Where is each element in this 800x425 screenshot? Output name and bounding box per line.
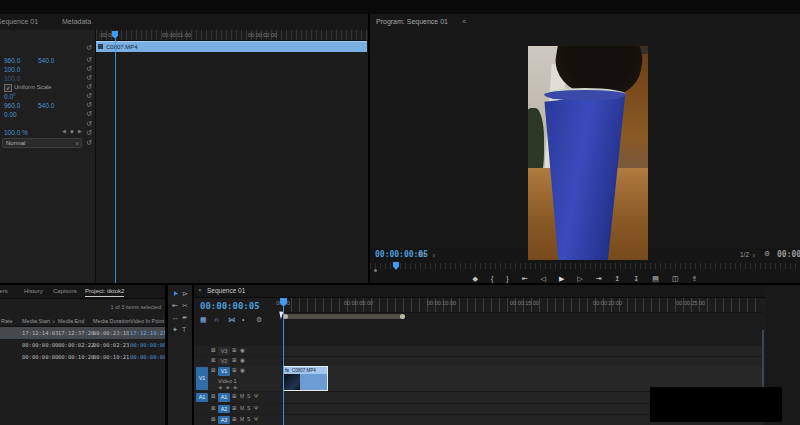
pen-tool[interactable]: ✒ [182, 314, 188, 321]
tab-history[interactable]: History [24, 288, 43, 294]
effect-timeline-ruler[interactable] [96, 30, 368, 41]
tab-markers[interactable]: Markers [0, 288, 8, 294]
col-media-start[interactable]: Media Start [22, 318, 50, 324]
go-to-in-button[interactable]: ⇤ [522, 275, 528, 282]
close-icon[interactable]: × [198, 287, 202, 293]
slip-tool[interactable]: ↔ [172, 314, 179, 321]
reset-icon[interactable]: ↺ [86, 83, 92, 90]
panel-menu-icon[interactable]: ≡ [462, 18, 466, 25]
position-x-value[interactable]: 960.0 [4, 57, 20, 64]
timeline-timecode[interactable]: 00:00:00:05 [200, 301, 260, 311]
reset-icon[interactable]: ↺ [86, 129, 92, 136]
tab-project[interactable]: Project: tiktok2 [85, 288, 124, 297]
navigator-handle-right[interactable] [400, 314, 405, 319]
razor-tool[interactable]: ✂ [182, 302, 188, 309]
table-row[interactable]: 00:00:00:00 00:00:02:22 00:00:02:23 00:0… [0, 339, 165, 351]
sync-lock-icon[interactable]: ⊞ [232, 358, 237, 364]
zoom-fit-select[interactable]: Fit [418, 251, 425, 258]
source-patch-a1[interactable]: A1 [196, 393, 208, 402]
table-row[interactable]: 00:00:00:00 00:00:10:20 00:00:10:21 00:0… [0, 351, 165, 363]
col-media-end[interactable]: Media End [58, 318, 84, 324]
mute-button[interactable]: M [240, 394, 244, 399]
antiflicker-value[interactable]: 0.00 [4, 111, 17, 118]
position-y-value[interactable]: 540.0 [38, 57, 54, 64]
nest-toggle-icon[interactable]: ▦ [200, 316, 207, 323]
reset-icon[interactable]: ↺ [86, 120, 92, 127]
mark-out-button[interactable]: } [506, 275, 508, 282]
sync-lock-icon[interactable]: ⊞ [232, 348, 237, 354]
lock-icon[interactable]: ⊠ [211, 394, 216, 400]
go-to-out-button[interactable]: ⇥ [596, 275, 602, 282]
mark-in-button[interactable]: { [491, 275, 493, 282]
track-select-a2[interactable]: A2 [218, 405, 230, 413]
ripple-edit-tool[interactable]: ⇤ [172, 302, 178, 309]
tab-program[interactable]: Program: Sequence 01 [376, 18, 448, 25]
timeline-vertical-scrollbar[interactable] [762, 330, 764, 392]
keyframe-add-icon[interactable]: ◆ [70, 129, 74, 134]
track-select-forward-tool[interactable]: ⊳ [182, 290, 188, 297]
track-select-v1[interactable]: V1 [218, 367, 230, 376]
mute-button[interactable]: M [240, 417, 244, 422]
reset-icon[interactable]: ↺ [86, 92, 92, 99]
lock-icon[interactable]: ⊠ [211, 358, 216, 364]
source-patch-v1[interactable]: V1 [196, 367, 208, 390]
keyframe-add-icon[interactable]: ◆ [226, 385, 229, 390]
add-marker-icon[interactable]: • [242, 316, 244, 323]
voiceover-mic-icon[interactable]: Ψ [254, 417, 258, 422]
settings-wrench-icon[interactable]: ⚙ [764, 250, 770, 257]
reset-icon[interactable]: ↺ [86, 110, 92, 117]
extract-button[interactable]: ↧ [633, 275, 639, 282]
table-row[interactable]: 17:12:14:03 17:12:37:20 00:00:23:18 17:1… [0, 327, 165, 339]
track-select-a3[interactable]: A3 [218, 416, 230, 424]
playback-resolution-select[interactable]: 1/2 [740, 251, 749, 258]
reset-icon[interactable]: ↺ [86, 65, 92, 72]
linked-selection-icon[interactable]: ⋈ [228, 316, 235, 323]
col-media-duration[interactable]: Media Duration [93, 318, 130, 324]
reset-icon[interactable]: ↺ [86, 56, 92, 63]
hand-tool[interactable]: ✦ [172, 326, 178, 333]
tab-sequence[interactable]: Sequence 01 [207, 287, 245, 294]
tab-metadata[interactable]: Metadata [62, 18, 91, 25]
reset-icon[interactable]: ↺ [86, 44, 92, 51]
blend-mode-dropdown[interactable]: Normal ∨ [2, 138, 82, 148]
keyframe-prev-icon[interactable]: ◀ [62, 129, 66, 134]
anchor-x-value[interactable]: 960.0 [4, 102, 20, 109]
sync-lock-icon[interactable]: ⊞ [232, 368, 237, 374]
mute-button[interactable]: M [240, 406, 244, 411]
solo-button[interactable]: S [247, 417, 250, 422]
tab-audio-clip-mixer[interactable]: Audio Clip Mixer: Sequence 01 [0, 18, 38, 25]
voiceover-mic-icon[interactable]: Ψ [254, 406, 258, 411]
reset-icon[interactable]: ↺ [86, 74, 92, 81]
lift-button[interactable]: ↥ [615, 275, 621, 282]
eye-icon[interactable]: ◉ [240, 358, 245, 364]
keyframe-next-icon[interactable]: ▶ [78, 129, 82, 134]
solo-button[interactable]: S [247, 394, 250, 399]
reset-icon[interactable]: ↺ [86, 139, 92, 146]
snap-toggle-icon[interactable]: ∩ [214, 316, 219, 323]
eye-icon[interactable]: ◉ [240, 348, 245, 354]
timeline-navigator-bar[interactable] [283, 314, 405, 319]
solo-button[interactable]: S [247, 406, 250, 411]
track-select-v2[interactable]: V2 [218, 358, 230, 365]
rotation-value[interactable]: 0.0° [4, 93, 16, 100]
anchor-y-value[interactable]: 540.0 [38, 102, 54, 109]
col-video-in-point[interactable]: Video In Point [130, 318, 164, 324]
track-select-a1[interactable]: A1 [218, 393, 230, 402]
reset-icon[interactable]: ↺ [86, 101, 92, 108]
keyframe-prev-icon[interactable]: ◀ [218, 385, 221, 390]
effect-clip-bar[interactable]: C0807.MP4 [96, 41, 367, 52]
export-button[interactable]: ⇪ [692, 275, 698, 282]
track-select-v3[interactable]: V3 [218, 347, 230, 355]
timeline-clip[interactable]: fx C0807.MP4 [283, 366, 328, 391]
program-scrubber[interactable] [370, 262, 800, 272]
step-back-button[interactable]: ◁ [541, 275, 546, 282]
add-marker-button[interactable]: ◆ [473, 275, 478, 282]
timeline-settings-icon[interactable]: ⚙ [256, 316, 262, 323]
lock-icon[interactable]: ⊠ [211, 348, 216, 354]
step-forward-button[interactable]: ▷ [577, 275, 582, 282]
eye-icon[interactable]: ◉ [240, 368, 245, 374]
opacity-value[interactable]: 100.0 % [4, 129, 28, 136]
sync-lock-icon[interactable]: ⊞ [232, 394, 237, 400]
sync-lock-icon[interactable]: ⊞ [232, 406, 237, 412]
tab-captions[interactable]: Captions [53, 288, 77, 294]
